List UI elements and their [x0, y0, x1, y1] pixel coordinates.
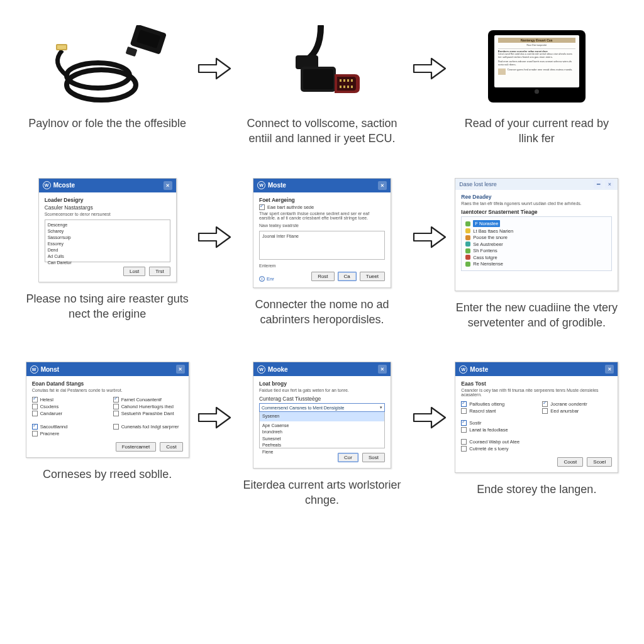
step-3-3: WMoste × Eaas Tost Ceander is oey tae ni…: [448, 362, 625, 508]
help-link[interactable]: iEnr: [259, 276, 274, 282]
coding-options[interactable]: Sysenen Ape Coaense brondnreh Sunesnet P…: [259, 412, 385, 448]
checkbox[interactable]: Jocrane oondentr: [542, 401, 612, 407]
tablet-image: Nantengy Ensart Cus Rour Dee tsorpredst …: [488, 25, 586, 107]
obd-cable-image: [45, 25, 170, 107]
checkbox[interactable]: Cahond Hunertiogrs ihed: [113, 404, 183, 409]
obd-connector-image: [272, 25, 372, 107]
ca-button[interactable]: Ca: [338, 272, 357, 281]
checkbox[interactable]: Candaruer: [32, 411, 102, 416]
svg-rect-6: [125, 47, 137, 57]
arrow-right-icon: [197, 224, 231, 253]
step-2-1: WMcoste × Loader Desigry Casuler Nastast…: [19, 178, 196, 331]
svg-rect-16: [347, 86, 349, 88]
checkbox[interactable]: Cooraed Wabp out Atee: [461, 439, 531, 445]
step-2-1-caption: Please no tsing aire reaster guts nect t…: [26, 291, 189, 322]
dialog-select: WMooke × Loat brogy Faidue tied eux fert…: [253, 362, 391, 469]
step-1-3: Nantengy Ensart Cus Rour Dee tsorpredst …: [448, 25, 625, 147]
tree-item[interactable]: Se Austrebeer: [465, 242, 608, 247]
step-2-3: Dase lost lesre ━ × Ree Deadey Raes the …: [448, 178, 625, 331]
checkbox[interactable]: Cutrreté de s toery: [461, 446, 531, 452]
checkbox[interactable]: Farnet Conoantenif: [113, 397, 183, 402]
step-3-1-caption: Corneses by rreed soblle.: [43, 467, 172, 482]
cor-button[interactable]: Cor: [338, 453, 358, 462]
vw-logo-icon: W: [257, 365, 265, 374]
arrow-right-icon: [197, 55, 231, 84]
close-icon[interactable]: ×: [176, 365, 185, 374]
step-2-3-caption: Enter the new cuadiine the vtery servete…: [455, 300, 618, 331]
checkbox[interactable]: Sestuehh Parashbe Dant: [113, 411, 183, 416]
svg-rect-11: [343, 79, 345, 82]
vw-logo-icon: W: [459, 365, 467, 374]
close-icon[interactable]: ×: [164, 181, 172, 190]
trst-button[interactable]: Trst: [149, 267, 170, 276]
checkbox[interactable]: Lanat la fedodlase: [461, 427, 531, 433]
checkbox[interactable]: Rascrd stant: [461, 408, 531, 414]
arrow-right-icon: [413, 224, 447, 253]
tree-item[interactable]: Lt Bas ttaes Narien: [465, 228, 608, 234]
lost-button[interactable]: Lost: [123, 267, 145, 276]
svg-rect-3: [57, 45, 66, 49]
vw-logo-icon: W: [43, 181, 51, 189]
checkbox[interactable]: Cunenats fod Indgt sarprrer: [113, 424, 183, 430]
checkbox[interactable]: Hetesl: [32, 397, 102, 402]
step-1-1-caption: Paylnov or fole the the offesible: [28, 116, 186, 131]
vw-logo-icon: W: [30, 365, 38, 374]
rost-button[interactable]: Rost: [311, 272, 334, 281]
checkbox[interactable]: Eed anursbar: [542, 408, 612, 414]
step-1-3-caption: Read of your current read by llink fer: [455, 116, 618, 147]
step-1-2-caption: Connect to vollscome, saction entiil and…: [240, 116, 404, 147]
step-3-2-caption: Eiterdea current arts worlstorier chnge.: [240, 477, 404, 508]
close-icon[interactable]: ×: [378, 365, 387, 374]
sost-button[interactable]: Sost: [362, 453, 385, 462]
svg-rect-14: [340, 86, 341, 88]
step-1-1: Paylnov or fole the the offesible: [19, 25, 196, 147]
coost-button[interactable]: Coost: [557, 457, 583, 467]
svg-rect-9: [303, 69, 333, 89]
checkbox[interactable]: Pracnere: [32, 431, 102, 436]
tree-item[interactable]: Cass totgre: [465, 255, 608, 260]
step-1-2: Connect to vollscome, saction entiil and…: [233, 25, 410, 147]
checkbox[interactable]: Csodens: [32, 404, 102, 409]
close-icon[interactable]: ×: [378, 181, 387, 190]
minimize-icon[interactable]: ━: [594, 180, 602, 189]
tree-item[interactable]: F Norastee: [465, 220, 608, 227]
cost-button[interactable]: Cost: [160, 442, 182, 452]
close-icon[interactable]: ×: [605, 180, 614, 189]
dialog-connect: WMoste × Foet Aergeing Eae bart authrde …: [253, 178, 391, 288]
dialog-options-b: WMoste × Eaas Tost Ceander is oey tae ni…: [455, 362, 618, 473]
checkbox[interactable]: Sacouttlannd: [32, 424, 102, 430]
coding-select[interactable]: Commersend Cansnes to Ment Densigiste▾: [259, 403, 385, 412]
dialog-loader: WMcoste × Loader Desigry Casuler Nastast…: [38, 178, 177, 282]
close-icon[interactable]: ×: [605, 365, 614, 374]
step-2-2-caption: Connecter the nome no ad cabrinters hero…: [240, 297, 404, 328]
arrow-right-icon: [413, 55, 447, 84]
fostercamet-button[interactable]: Fostercamet: [116, 442, 156, 452]
step-3-1: WMonst × Eoan Datand Stangs Conutas fat …: [19, 362, 196, 508]
checkbox[interactable]: Sostir: [461, 420, 531, 426]
svg-rect-15: [343, 86, 345, 88]
dialog-options-a: WMonst × Eoan Datand Stangs Conutas fat …: [26, 362, 189, 458]
tree-item[interactable]: Sh Fontens: [465, 248, 608, 253]
arrow-right-icon: [197, 404, 231, 433]
step-3-3-caption: Ende storey the langen.: [477, 482, 596, 497]
tueet-button[interactable]: Tueet: [360, 272, 385, 281]
arrow-right-icon: [413, 404, 447, 433]
svg-rect-12: [347, 79, 349, 82]
scoel-button[interactable]: Scoel: [587, 457, 612, 467]
vw-logo-icon: W: [257, 181, 265, 189]
step-2-2: WMoste × Foet Aergeing Eae bart authrde …: [233, 178, 410, 331]
module-listbox[interactable]: Descenge Scharey Sassorrsoip Essorey Den…: [45, 219, 170, 262]
svg-rect-10: [340, 79, 341, 82]
svg-rect-17: [351, 86, 353, 88]
step-3-2: WMooke × Loat brogy Faidue tied eux fert…: [233, 362, 410, 508]
tree-item[interactable]: Poose the snore: [465, 235, 608, 240]
tree-item[interactable]: Re Nenstense: [465, 261, 608, 267]
checkbox[interactable]: Paifouties otteng: [461, 401, 531, 407]
svg-rect-13: [351, 79, 353, 82]
note-textbox[interactable]: Joonal Inter Ftiane: [259, 231, 385, 260]
dialog-tree: Dase lost lesre ━ × Ree Deadey Raes the …: [455, 178, 618, 291]
